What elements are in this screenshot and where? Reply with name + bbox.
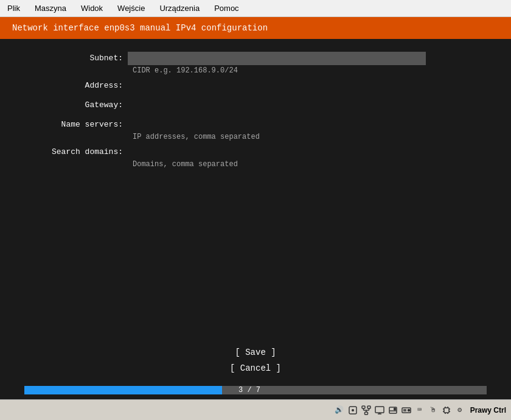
mouse-icon[interactable]: 🖱: [428, 405, 439, 416]
vm-screen: Network interface enp0s3 manual IPv4 con…: [0, 17, 511, 399]
keyboard-icon[interactable]: ⌨: [414, 405, 425, 416]
save-button[interactable]: [ Save ]: [235, 345, 276, 360]
searchdomains-input[interactable]: [128, 145, 426, 159]
form-area: Subnet: CIDR e.g. 192.168.9.0/24 Address…: [0, 39, 511, 345]
svg-point-14: [394, 408, 395, 410]
gateway-label: Gateway:: [24, 98, 128, 113]
nameservers-input[interactable]: [128, 118, 426, 131]
subnet-label: Subnet:: [24, 51, 128, 66]
menubar: Plik Maszyna Widok Wejście Urządzenia Po…: [0, 0, 511, 17]
ctrl-label: Prawy Ctrl: [470, 406, 506, 415]
display-icon[interactable]: [374, 405, 385, 416]
subnet-field-block: Subnet: CIDR e.g. 192.168.9.0/24: [24, 51, 487, 75]
svg-point-1: [352, 409, 354, 411]
audio-icon[interactable]: 🔊: [334, 405, 345, 416]
buttons-area: [ Save ] [ Cancel ]: [0, 345, 511, 383]
nameservers-field-block: Name servers: IP addresses, comma separa…: [24, 117, 487, 141]
progress-area: 3 / 7: [0, 383, 511, 399]
menu-wejscie[interactable]: Wejście: [115, 2, 147, 14]
subnet-hint: CIDR e.g. 192.168.9.0/24: [133, 66, 487, 75]
gateway-field-block: Gateway:: [24, 98, 487, 116]
address-input[interactable]: [128, 79, 426, 93]
menu-maszyna[interactable]: Maszyna: [32, 2, 69, 14]
statusbar: 🔊 ⌨ 🖱 ⚙ Prawy Ctrl: [0, 399, 511, 420]
svg-rect-9: [375, 407, 384, 413]
subnet-row: Subnet:: [24, 51, 487, 66]
svg-rect-2: [362, 406, 365, 408]
menu-plik[interactable]: Plik: [5, 2, 23, 14]
gateway-input[interactable]: [128, 99, 426, 112]
nameservers-hint: IP addresses, comma separated: [133, 133, 487, 141]
progress-track: 3 / 7: [24, 386, 487, 394]
menu-urzadzenia[interactable]: Urządzenia: [157, 2, 202, 14]
menu-widok[interactable]: Widok: [78, 2, 105, 14]
address-label: Address:: [24, 79, 128, 93]
searchdomains-hint: Domains, comma separated: [133, 160, 487, 169]
subnet-input[interactable]: [128, 52, 426, 65]
usb-icon[interactable]: [347, 405, 358, 416]
address-field-block: Address:: [24, 79, 487, 97]
progress-label: 3 / 7: [18, 386, 481, 394]
nameservers-label: Name servers:: [24, 117, 128, 132]
svg-point-16: [408, 409, 409, 411]
searchdomains-label: Search domains:: [24, 145, 128, 159]
address-row: Address:: [24, 79, 487, 93]
nameservers-row: Name servers:: [24, 117, 487, 132]
svg-rect-3: [367, 406, 370, 408]
searchdomains-field-block: Search domains: Domains, comma separated: [24, 145, 487, 169]
disk-icon[interactable]: [388, 405, 398, 416]
svg-rect-4: [364, 412, 367, 415]
gateway-row: Gateway:: [24, 98, 487, 113]
searchdomains-row: Search domains:: [24, 145, 487, 159]
settings-icon[interactable]: ⚙: [454, 405, 465, 416]
network-icon[interactable]: [361, 405, 372, 416]
cpu-icon[interactable]: [441, 405, 452, 416]
menu-pomoc[interactable]: Pomoc: [212, 2, 241, 14]
cancel-button[interactable]: [ Cancel ]: [230, 360, 281, 376]
svg-rect-19: [444, 408, 449, 413]
hdd-icon[interactable]: [401, 405, 412, 416]
banner: Network interface enp0s3 manual IPv4 con…: [0, 17, 511, 39]
